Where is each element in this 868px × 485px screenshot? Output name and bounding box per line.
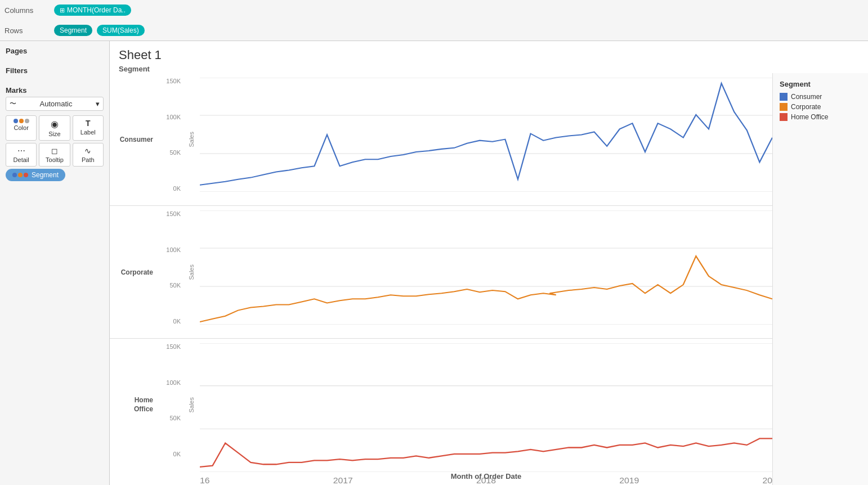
sales-label-consumer: Sales [188, 132, 195, 147]
legend-color-homeoffice [780, 113, 788, 121]
sales-label-corporate: Sales [188, 264, 195, 280]
corporate-label: Corporate [121, 268, 153, 276]
path-button[interactable]: ∿ Path [73, 143, 104, 167]
homeoffice-label: HomeOffice [134, 396, 153, 414]
toolbar: Columns ⊞ MONTH(Order Da.. Rows Segment … [0, 0, 868, 41]
consumer-label-area: Consumer [110, 73, 158, 205]
detail-button[interactable]: ⋯ Detail [6, 143, 37, 167]
legend-label-consumer: Consumer [791, 93, 822, 101]
rows-label: Rows [5, 26, 50, 35]
filters-section: Filters [6, 66, 104, 77]
legend-label-homeoffice: Home Office [791, 113, 828, 121]
homeoffice-label-area: HomeOffice [110, 339, 158, 471]
size-icon: ◉ [51, 119, 59, 129]
legend-color-corporate [780, 103, 788, 111]
dropdown-arrow-icon: ▾ [96, 100, 100, 108]
corporate-label-area: Corporate [110, 206, 158, 338]
main-layout: Pages Filters Marks 〜 Automatic ▾ Color [0, 41, 868, 485]
consumer-label: Consumer [120, 136, 153, 143]
rows-row: Rows Segment SUM(Sales) [0, 20, 868, 41]
svg-text:2019: 2019 [619, 476, 639, 485]
charts-with-legend: Consumer 150K 100K 50K 0K Sales [110, 73, 868, 485]
tooltip-button[interactable]: ◻ Tooltip [39, 143, 70, 167]
marks-type-select[interactable]: 〜 Automatic ▾ [6, 97, 104, 111]
corporate-chart-area [200, 206, 772, 338]
corporate-svg [200, 210, 772, 325]
columns-row: Columns ⊞ MONTH(Order Da.. [0, 0, 868, 20]
marks-section: Marks 〜 Automatic ▾ Color ◉ Size [6, 86, 104, 181]
legend-label-corporate: Corporate [791, 103, 821, 111]
homeoffice-panel: HomeOffice 150K 100K 50K 0K Sales [110, 339, 772, 471]
homeoffice-chart-area: 2016 2017 2018 2019 2020 [200, 339, 772, 471]
label-icon: T [86, 119, 91, 128]
sidebar: Pages Filters Marks 〜 Automatic ▾ Color [0, 41, 110, 485]
detail-icon: ⋯ [17, 146, 25, 155]
content-area: Sheet 1 Segment Consumer 150K 100K 50K 0… [110, 41, 868, 485]
segment-pill[interactable]: Segment [6, 169, 65, 181]
segment-dots-icon [12, 173, 28, 177]
sheet-title: Sheet 1 [110, 41, 868, 65]
size-button[interactable]: ◉ Size [39, 115, 70, 141]
wave-icon: 〜 [10, 99, 16, 109]
svg-text:2017: 2017 [333, 476, 353, 485]
tooltip-icon: ◻ [51, 146, 58, 155]
color-icon [14, 119, 29, 123]
consumer-panel: Consumer 150K 100K 50K 0K Sales [110, 73, 772, 206]
corporate-sales-label: Sales [183, 206, 200, 338]
homeoffice-svg-container [200, 343, 772, 472]
path-icon: ∿ [84, 146, 91, 155]
homeoffice-y-axis: 150K 100K 50K 0K [158, 339, 183, 471]
columns-pill[interactable]: ⊞ MONTH(Order Da.. [54, 5, 131, 16]
legend-item-corporate: Corporate [780, 103, 861, 111]
consumer-chart-area [200, 73, 772, 205]
svg-text:2020: 2020 [762, 476, 772, 485]
rows-pill-sales[interactable]: SUM(Sales) [97, 25, 145, 36]
consumer-y-axis: 150K 100K 50K 0K [158, 73, 183, 205]
legend-color-consumer [780, 93, 788, 101]
svg-text:2018: 2018 [476, 476, 496, 485]
rows-pill-segment[interactable]: Segment [54, 25, 92, 36]
legend-item-consumer: Consumer [780, 93, 861, 101]
legend-item-homeoffice: Home Office [780, 113, 861, 121]
legend: Segment Consumer Corporate Home Office [772, 73, 868, 485]
x-axis-svg: 2016 2017 2018 2019 2020 [200, 472, 772, 485]
consumer-sales-label: Sales [183, 73, 200, 205]
columns-label: Columns [5, 6, 50, 15]
label-button[interactable]: T Label [73, 115, 104, 141]
pages-section: Pages [6, 47, 104, 57]
filters-title: Filters [6, 66, 104, 75]
x-axis-container: 2016 2017 2018 2019 2020 [200, 472, 772, 485]
homeoffice-sales-label: Sales [183, 339, 200, 471]
corporate-y-axis: 150K 100K 50K 0K [158, 206, 183, 338]
svg-text:2016: 2016 [200, 476, 210, 485]
homeoffice-svg [200, 343, 772, 472]
color-button[interactable]: Color [6, 115, 37, 141]
legend-title: Segment [780, 80, 861, 88]
marks-title: Marks [6, 86, 104, 95]
pages-title: Pages [6, 47, 104, 55]
chart-panels: Consumer 150K 100K 50K 0K Sales [110, 73, 772, 485]
corporate-panel: Corporate 150K 100K 50K 0K Sales [110, 206, 772, 339]
sales-label-homeoffice: Sales [188, 397, 195, 413]
segment-header: Segment [110, 65, 868, 73]
marks-grid: Color ◉ Size T Label ⋯ Detail ◻ Tooltip [6, 115, 104, 167]
consumer-svg [200, 78, 772, 192]
calendar-icon: ⊞ [60, 7, 65, 14]
